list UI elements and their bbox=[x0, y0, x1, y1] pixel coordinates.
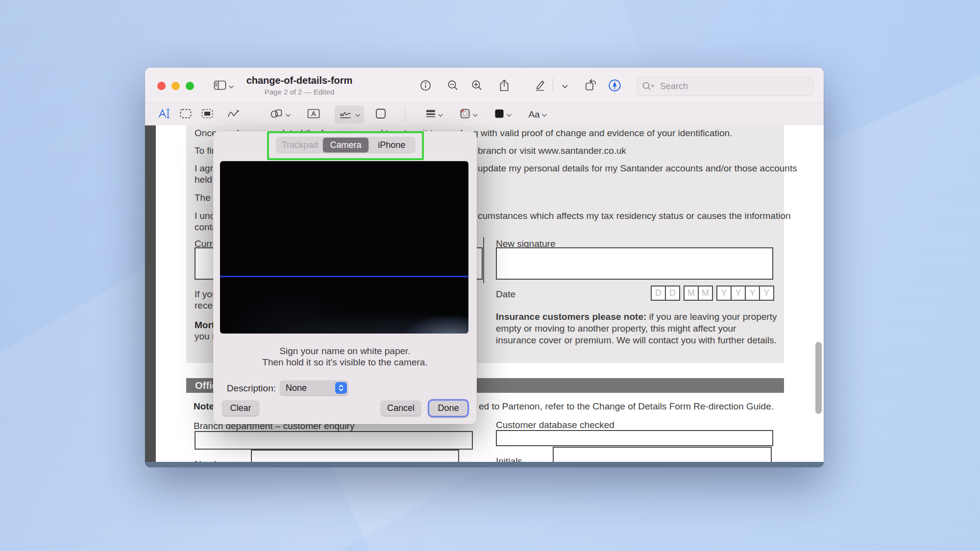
redact-tool[interactable] bbox=[200, 107, 215, 122]
date-label: Date bbox=[496, 288, 515, 300]
markup-toolbar: Aa bbox=[145, 103, 824, 126]
border-color-icon bbox=[459, 108, 471, 121]
zoom-window-button[interactable] bbox=[186, 82, 194, 90]
shape-style-control[interactable] bbox=[421, 107, 447, 122]
zoom-out-icon bbox=[447, 80, 459, 93]
page-title: change-of-details-form bbox=[219, 74, 380, 86]
preview-window: change-of-details-form Page 2 of 2 — Edi… bbox=[145, 68, 824, 467]
date-box-d2[interactable]: D bbox=[665, 286, 680, 301]
note-tool[interactable] bbox=[373, 107, 388, 122]
date-box-m1[interactable]: M bbox=[684, 286, 699, 301]
number-label: Number bbox=[195, 458, 228, 462]
insurance-note: Insurance customers please note: if you … bbox=[496, 311, 779, 346]
minimize-button[interactable] bbox=[172, 82, 180, 90]
cancel-button[interactable]: Cancel bbox=[381, 401, 421, 416]
search-input[interactable] bbox=[659, 81, 808, 92]
signature-tool[interactable] bbox=[336, 107, 363, 122]
border-color-control[interactable] bbox=[456, 107, 481, 122]
toolbar-divider bbox=[553, 78, 553, 93]
instruction-line-1: Sign your name on white paper. bbox=[213, 345, 477, 357]
date-box-y1[interactable]: Y bbox=[716, 286, 732, 301]
chevron-down-icon bbox=[473, 110, 478, 119]
initials-label: Initials bbox=[496, 455, 522, 462]
zoom-in-button[interactable] bbox=[469, 77, 485, 95]
date-box-y4[interactable]: Y bbox=[759, 286, 774, 301]
description-popup[interactable]: None bbox=[280, 381, 348, 395]
shapes-tool[interactable] bbox=[268, 107, 293, 122]
signature-capture-popover: Trackpad Camera iPhone Sign your name on… bbox=[213, 131, 477, 424]
doc-mort-line: Mort bbox=[195, 319, 215, 331]
rotate-icon bbox=[584, 79, 597, 94]
number-field[interactable] bbox=[251, 450, 459, 462]
initials-field[interactable] bbox=[553, 447, 772, 462]
search-field[interactable] bbox=[637, 76, 813, 96]
column-divider bbox=[483, 237, 484, 283]
share-icon bbox=[498, 79, 510, 94]
date-boxes: D D M M Y Y Y Y bbox=[647, 286, 774, 301]
vertical-scrollbar[interactable] bbox=[815, 342, 822, 414]
chevron-down-icon bbox=[542, 110, 547, 119]
description-value: None bbox=[286, 383, 335, 393]
text-box-tool[interactable] bbox=[306, 107, 321, 122]
fill-color-control[interactable] bbox=[490, 107, 515, 122]
redact-icon bbox=[201, 109, 213, 120]
doc-line-6-right: cumstances which affects my tax residenc… bbox=[478, 210, 791, 222]
popover-body: Trackpad Camera iPhone Sign your name on… bbox=[213, 131, 477, 424]
text-select-icon bbox=[158, 108, 171, 121]
new-signature-field[interactable] bbox=[496, 247, 773, 280]
doc-line-2-left: To fir bbox=[195, 145, 215, 157]
markup-button[interactable] bbox=[531, 77, 549, 95]
insurance-note-bold: Insurance customers please note: bbox=[496, 311, 646, 322]
doc-line-6-left: I und bbox=[195, 210, 215, 222]
date-box-y3[interactable]: Y bbox=[745, 286, 760, 301]
note-right-text: ed to Partenon, refer to the Change of D… bbox=[479, 401, 774, 412]
customer-db-field[interactable] bbox=[496, 430, 773, 446]
text-selection-tool[interactable] bbox=[157, 107, 172, 122]
description-label: Description: bbox=[221, 383, 276, 394]
zoom-out-button[interactable] bbox=[445, 77, 461, 95]
branch-dept-field[interactable] bbox=[195, 431, 473, 450]
done-button[interactable]: Done bbox=[428, 399, 469, 417]
dashed-selection-icon bbox=[180, 109, 192, 120]
fill-color-swatch bbox=[494, 108, 505, 121]
close-button[interactable] bbox=[157, 82, 166, 90]
note-label: Note bbox=[194, 401, 214, 412]
text-box-icon bbox=[307, 109, 320, 120]
info-button[interactable] bbox=[417, 77, 433, 95]
chevron-down-icon bbox=[562, 82, 568, 91]
rotate-button[interactable] bbox=[582, 77, 599, 95]
tab-trackpad[interactable]: Trackpad bbox=[277, 138, 323, 152]
date-box-y2[interactable]: Y bbox=[731, 286, 746, 301]
window-subtitle: Page 2 of 2 — Edited bbox=[219, 87, 380, 96]
signature-icon bbox=[339, 108, 353, 121]
date-box-d1[interactable]: D bbox=[651, 286, 666, 301]
chevron-down-icon bbox=[286, 110, 291, 119]
tab-camera[interactable]: Camera bbox=[323, 138, 369, 152]
camera-guide-line bbox=[220, 276, 468, 277]
desktop-background: change-of-details-form Page 2 of 2 — Edi… bbox=[0, 0, 980, 551]
form-autofill-icon bbox=[608, 79, 621, 94]
titlebar: change-of-details-form Page 2 of 2 — Edi… bbox=[145, 68, 824, 103]
doc-line-3-right: update my personal details for my Santan… bbox=[478, 163, 797, 174]
customer-db-label: Customer database checked bbox=[496, 419, 614, 431]
instruction-line-2: Then hold it so it's visible to the came… bbox=[213, 357, 477, 368]
autofill-button[interactable] bbox=[606, 77, 623, 95]
content-bottom-band bbox=[145, 462, 824, 467]
tab-iphone[interactable]: iPhone bbox=[368, 138, 415, 152]
line-weights-icon bbox=[425, 109, 436, 120]
markup-pen-icon bbox=[534, 79, 546, 94]
share-button[interactable] bbox=[496, 77, 513, 95]
shapes-icon bbox=[270, 108, 284, 121]
text-style-icon: Aa bbox=[528, 109, 539, 120]
sketch-tool[interactable] bbox=[225, 107, 242, 122]
note-icon bbox=[375, 108, 386, 121]
chevron-down-icon bbox=[355, 110, 360, 119]
rectangular-selection-tool[interactable] bbox=[178, 107, 193, 122]
clear-button[interactable]: Clear bbox=[222, 401, 259, 416]
zoom-in-icon bbox=[471, 80, 483, 93]
markup-options-chevron[interactable] bbox=[559, 77, 571, 95]
date-box-m2[interactable]: M bbox=[698, 286, 713, 301]
doc-line-2-right: branch or visit www.santander.co.uk bbox=[478, 145, 626, 157]
text-style-control[interactable]: Aa bbox=[523, 107, 552, 122]
search-icon bbox=[642, 82, 655, 91]
